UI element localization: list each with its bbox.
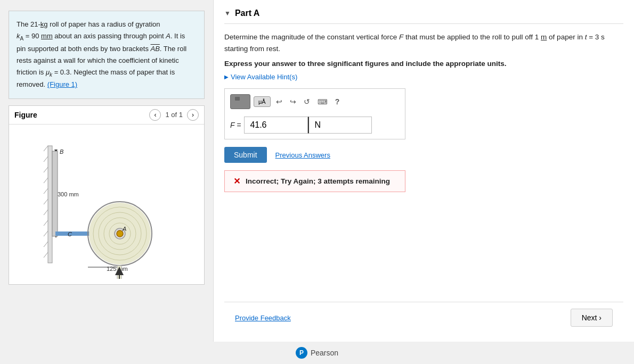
svg-line-4 (44, 178, 48, 183)
figure-prev-btn[interactable]: ‹ (149, 109, 161, 121)
refresh-icon[interactable]: ↺ (302, 96, 312, 107)
svg-text:C: C (68, 231, 72, 237)
part-header: ▼ Part A (224, 9, 623, 24)
hint-label: View Available Hint(s) (231, 73, 297, 81)
left-panel: The 21-kg roll of paper has a radius of … (0, 0, 213, 342)
figure-title: Figure (14, 111, 37, 119)
submit-row: Submit Previous Answers (224, 147, 623, 163)
figure-link[interactable]: (Figure 1) (47, 80, 77, 88)
bottom-bar: Provide Feedback Next › (224, 302, 623, 333)
figure-counter: 1 of 1 (165, 111, 183, 119)
next-button[interactable]: Next › (571, 309, 613, 327)
error-text: Incorrect; Try Again; 3 attempts remaini… (246, 177, 390, 185)
error-box: ✕ Incorrect; Try Again; 3 attempts remai… (224, 170, 405, 192)
figure-image-area: 300 mm B (9, 125, 204, 284)
previous-answers-link[interactable]: Previous Answers (275, 151, 330, 159)
svg-text:300 mm: 300 mm (58, 191, 79, 197)
input-box-container: μÅ ↩ ↪ ↺ ⌨ ? F = (224, 88, 405, 139)
svg-line-1 (44, 146, 48, 151)
express-instruction: Express your answer to three significant… (224, 60, 623, 68)
input-row: F = (230, 117, 400, 134)
svg-line-2 (44, 156, 48, 162)
question-text: Determine the magnitude of the constant … (224, 31, 623, 54)
svg-rect-39 (235, 102, 240, 105)
figure-next-btn[interactable]: › (187, 109, 199, 121)
keyboard-icon[interactable]: ⌨ (315, 97, 330, 107)
svg-rect-0 (48, 146, 52, 263)
figure-header: Figure ‹ 1 of 1 › (9, 106, 204, 125)
collapse-arrow[interactable]: ▼ (224, 10, 231, 17)
input-toolbar: μÅ ↩ ↪ ↺ ⌨ ? (230, 94, 400, 112)
redo-icon[interactable]: ↪ (288, 96, 298, 107)
svg-line-7 (44, 210, 48, 215)
svg-line-11 (44, 252, 48, 258)
figure-section: Figure ‹ 1 of 1 › (9, 105, 205, 285)
svg-line-8 (44, 220, 48, 226)
footer: P Pearson (0, 342, 634, 364)
input-label: F = (230, 121, 241, 129)
svg-text:B: B (60, 148, 63, 155)
pearson-brand: Pearson (311, 349, 338, 357)
provide-feedback-link[interactable]: Provide Feedback (235, 314, 291, 322)
part-title: Part A (235, 9, 260, 18)
svg-line-10 (44, 242, 48, 247)
help-icon[interactable]: ? (333, 96, 342, 107)
right-panel: ▼ Part A Determine the magnitude of the … (213, 0, 634, 342)
svg-text:A: A (122, 226, 126, 232)
svg-rect-40 (241, 102, 246, 105)
svg-rect-14 (52, 151, 58, 236)
svg-rect-38 (241, 97, 246, 101)
submit-button[interactable]: Submit (224, 147, 267, 163)
mu-btn[interactable]: μÅ (254, 96, 271, 107)
matrix-btn[interactable] (230, 94, 250, 109)
svg-rect-37 (235, 97, 240, 101)
figure-svg: 300 mm B (16, 130, 197, 279)
svg-line-3 (44, 167, 48, 172)
unit-input[interactable] (308, 117, 372, 134)
svg-line-9 (44, 231, 48, 236)
error-icon: ✕ (233, 176, 240, 186)
hint-link[interactable]: ▶ View Available Hint(s) (224, 73, 623, 81)
svg-line-6 (44, 199, 48, 204)
undo-icon[interactable]: ↩ (274, 96, 285, 107)
hint-arrow-icon: ▶ (224, 74, 229, 80)
value-input[interactable] (244, 117, 308, 134)
pearson-logo: P (296, 347, 307, 359)
svg-line-5 (44, 188, 48, 194)
problem-text-box: The 21-kg roll of paper has a radius of … (9, 11, 205, 99)
figure-nav: ‹ 1 of 1 › (149, 109, 199, 121)
